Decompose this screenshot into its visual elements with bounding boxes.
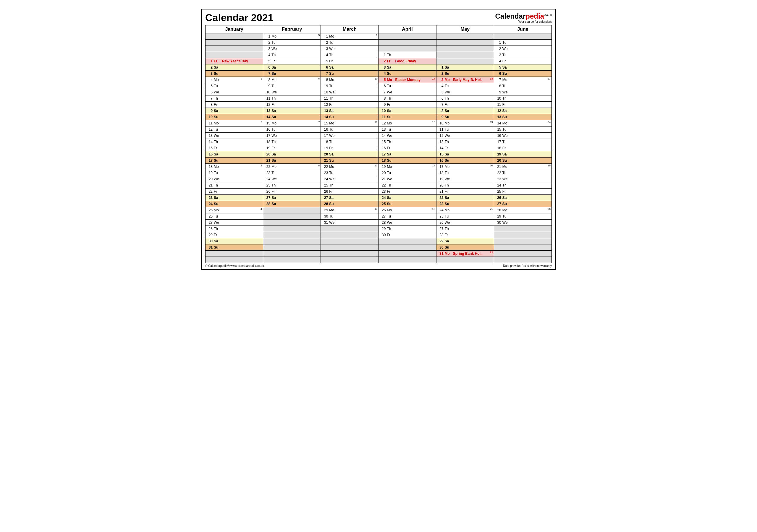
day-of-week: Fr	[502, 103, 510, 107]
day-number: 24	[438, 208, 443, 212]
day-cell: 6We	[205, 89, 263, 96]
day-cell	[321, 251, 378, 257]
day-of-week: Su	[214, 159, 222, 163]
day-number: 29	[322, 208, 328, 212]
day-number: 17	[438, 164, 443, 169]
day-number: 29	[207, 233, 213, 237]
day-cell: 11Fr	[494, 102, 552, 108]
day-number: 27	[495, 202, 501, 206]
week-number: 10	[374, 77, 377, 80]
day-of-week: Mo	[387, 208, 394, 212]
day-cell: 18Mo3	[205, 164, 263, 170]
day-cell: 29Sa	[436, 238, 494, 245]
day-of-week: Tu	[214, 171, 222, 175]
day-of-week: Th	[214, 96, 222, 101]
day-number: 6	[322, 65, 328, 70]
day-number: 21	[322, 159, 328, 163]
day-number: 19	[380, 164, 386, 169]
day-cell: 22Sa	[436, 195, 494, 201]
day-of-week: Sa	[445, 152, 452, 156]
day-of-week: Tu	[329, 171, 337, 175]
day-cell: 26We	[436, 220, 494, 226]
day-of-week: Mo	[329, 78, 337, 82]
day-of-week: Mo	[329, 164, 337, 169]
day-number: 10	[322, 90, 328, 94]
day-cell: 22Mo12	[321, 164, 378, 170]
week-number: 3	[260, 164, 262, 167]
day-cell: 17We	[321, 133, 378, 139]
day-cell: 7Fr	[436, 102, 494, 108]
day-of-week: We	[502, 177, 510, 181]
day-cell: 28Th	[205, 226, 263, 232]
day-number: 22	[495, 171, 501, 175]
day-number: 5	[207, 84, 213, 88]
day-number: 28	[264, 202, 270, 206]
day-number: 26	[264, 190, 270, 193]
day-number: 1	[495, 41, 501, 44]
day-cell: 20We	[205, 176, 263, 182]
day-cell: 18Su	[378, 158, 436, 164]
day-of-week: Mo	[214, 164, 222, 169]
day-cell: 20Tu	[378, 170, 436, 176]
day-number: 16	[322, 127, 328, 132]
day-number: 2	[264, 41, 270, 44]
day-number: 27	[322, 196, 328, 200]
day-of-week: Mo	[502, 164, 510, 169]
day-of-week: We	[502, 90, 510, 94]
day-cell: 13Sa	[321, 108, 378, 114]
day-cell: 25Su	[378, 201, 436, 207]
day-of-week: Th	[387, 140, 394, 144]
day-number: 4	[438, 84, 443, 88]
month-header: January	[205, 25, 263, 33]
day-cell: 22Th	[378, 182, 436, 189]
day-of-week: Th	[445, 227, 452, 231]
day-cell	[321, 226, 378, 232]
day-cell: 10We	[263, 89, 321, 96]
day-number: 22	[380, 183, 386, 187]
day-of-week: We	[502, 133, 510, 138]
day-number: 12	[380, 121, 386, 125]
day-cell	[321, 238, 378, 245]
day-cell: 6Sa	[321, 64, 378, 71]
day-cell: 5Tu	[205, 83, 263, 89]
day-number: 14	[380, 133, 386, 138]
day-cell: 4Tu	[436, 83, 494, 89]
day-cell: 17Su	[205, 158, 263, 164]
day-of-week: We	[387, 133, 394, 138]
day-of-week: Tu	[329, 214, 337, 219]
day-of-week: We	[329, 221, 337, 224]
day-cell: 18Th	[321, 139, 378, 145]
day-of-week: Mo	[445, 251, 452, 256]
day-cell: 19Fr	[321, 145, 378, 151]
day-cell: 1FrNew Year's Day	[205, 58, 263, 64]
day-number: 14	[207, 140, 213, 144]
day-of-week: Fr	[502, 59, 510, 63]
day-number: 17	[264, 133, 270, 138]
day-of-week: Tu	[214, 127, 222, 132]
day-cell: 1Mo5	[263, 33, 321, 40]
day-of-week: Fr	[214, 103, 222, 107]
day-of-week: Fr	[329, 103, 337, 107]
day-number: 5	[495, 65, 501, 70]
day-number: 19	[438, 177, 443, 181]
day-cell: 7Mo23	[494, 77, 552, 83]
day-cell	[494, 245, 552, 251]
month-header: April	[378, 25, 436, 33]
day-number: 20	[438, 183, 443, 187]
day-cell	[321, 257, 378, 263]
day-cell: 28Fr	[436, 232, 494, 238]
day-of-week: Tu	[445, 214, 452, 219]
day-cell: 4Mo1	[205, 77, 263, 83]
day-of-week: Su	[387, 115, 394, 119]
day-cell	[263, 220, 321, 226]
day-cell: 29Fr	[205, 232, 263, 238]
day-cell	[263, 251, 321, 257]
week-number: 20	[490, 164, 493, 167]
day-cell: 6Tu	[378, 83, 436, 89]
day-cell: 2FrGood Friday	[378, 58, 436, 64]
day-of-week: Su	[271, 159, 279, 163]
day-cell: 4Th	[263, 52, 321, 58]
day-number: 15	[380, 140, 386, 144]
day-cell: 9Tu	[321, 83, 378, 89]
day-cell: 9Fr	[378, 102, 436, 108]
